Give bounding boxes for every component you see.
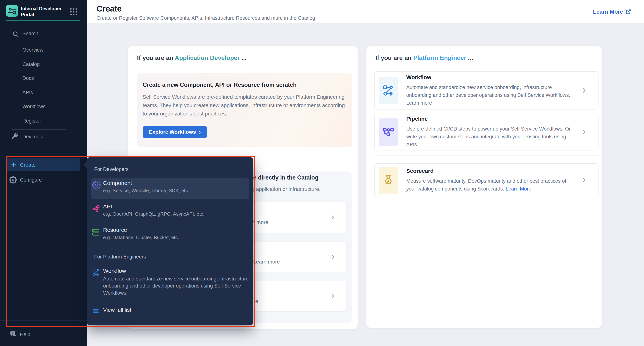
app-logo[interactable] (6, 5, 18, 17)
chevron-right-icon (580, 177, 587, 184)
row2-text-fragment: . Learn more (250, 259, 280, 265)
menu-item-component-title[interactable]: Component (103, 180, 132, 186)
menu-section-for-platform-engineers: For Platform Engineers (94, 254, 146, 260)
wrench-icon (11, 133, 18, 140)
sidebar-item-help[interactable]: Help (20, 331, 30, 338)
resource-icon (91, 228, 100, 237)
explore-workflows-label: Explore Workflows (149, 129, 196, 135)
plus-icon (10, 162, 17, 168)
explore-workflows-button[interactable]: Explore Workflows › (143, 126, 207, 138)
sidebar-divider (12, 129, 66, 130)
developer-card-title-prefix: If you are an (137, 54, 175, 61)
component-gear-icon (92, 181, 101, 189)
menu-item-api-subtitle: e.g. OpenAPI, GraphQL, gRPC, AsyncAPI, e… (103, 211, 204, 217)
search-underline (18, 42, 66, 42)
platform-rows-divider (374, 155, 598, 156)
create-dropdown-menu: For Developers Component e.g. Service, W… (87, 157, 254, 325)
chevron-right-icon (580, 129, 587, 135)
help-chat-icon: ? (9, 330, 17, 338)
gear-icon (9, 176, 17, 184)
workflow-icon-tile (379, 77, 398, 104)
menu-item-workflow-desc: Automate and standardize new service onb… (103, 275, 250, 297)
menu-item-resource-subtitle: e.g. Database, Cluster, Bucket, etc. (103, 235, 179, 240)
scorecard-learn-more-link[interactable]: Learn More (506, 186, 532, 192)
menu-divider (91, 248, 249, 248)
learn-more-label: Learn More (593, 8, 623, 15)
sidebar-item-apis[interactable]: APIs (22, 89, 33, 96)
chevron-right-icon (330, 293, 336, 300)
workflow-row-desc: Automate and standardize new service onb… (406, 83, 576, 107)
menu-item-component-subtitle: e.g. Service, Website, Library, SDK, etc… (103, 188, 189, 193)
page-header: Create Create or Register Software Compo… (87, 0, 644, 24)
scorecard-desc-text: Measure software maturity. DevOps maturi… (406, 178, 566, 192)
menu-divider (91, 302, 249, 302)
sidebar-brand-rule (6, 20, 80, 21)
search-input[interactable]: Search (22, 31, 38, 36)
scratch-description: Self Service Workflows are pre-defined t… (143, 93, 345, 118)
sidebar-item-create[interactable] (7, 158, 80, 171)
catalog-panel-heading-fragment: e directly in the Catalog (253, 174, 318, 181)
chevron-right-icon: › (199, 129, 201, 135)
scorecard-medal-icon (382, 174, 394, 186)
svg-text:?: ? (12, 332, 14, 335)
menu-item-workflow-title[interactable]: Workflow (103, 268, 126, 274)
page-subtitle: Create or Register Software Components, … (96, 15, 315, 21)
scorecard-row-desc: Measure software maturity. DevOps maturi… (406, 177, 576, 193)
platform-card-title: If you are an Platform Engineer ... (375, 54, 473, 61)
sidebar: Internal Developer Portal Search Overvie… (0, 0, 87, 346)
internal-developer-portal-app: Internal Developer Portal Search Overvie… (0, 0, 644, 346)
workflow-icon (92, 268, 100, 276)
sidebar-item-devtools[interactable]: DevTools (22, 133, 43, 140)
sidebar-bottom-divider (0, 321, 87, 321)
menu-item-resource-title[interactable]: Resource (103, 227, 127, 233)
pipeline-icon-tile (379, 118, 398, 146)
platform-card-title-prefix: If you are an (375, 54, 413, 61)
workflow-row[interactable]: Workflow Automate and standardize new se… (374, 71, 598, 110)
row1-text-fragment: n more (252, 219, 268, 225)
menu-section-for-developers: For Developers (94, 167, 129, 172)
sidebar-item-configure[interactable]: Configure (20, 176, 42, 183)
scratch-heading: Create a new Component, API or Resource … (143, 82, 297, 88)
pipeline-row-title: Pipeline (406, 116, 576, 122)
external-link-icon (625, 9, 631, 15)
developer-card-title-suffix: ... (240, 54, 247, 61)
create-label: Create (20, 162, 36, 168)
sidebar-item-register[interactable]: Register (22, 118, 41, 124)
menu-item-api-title[interactable]: API (103, 203, 112, 210)
scorecard-icon-tile (379, 167, 398, 194)
sidebar-item-docs[interactable]: Docs (22, 75, 34, 82)
scorecard-row[interactable]: Scorecard Measure software maturity. Dev… (374, 163, 598, 197)
workflow-icon (382, 85, 394, 96)
scorecard-row-title: Scorecard (406, 168, 576, 174)
app-title: Internal Developer Portal (21, 5, 68, 17)
platform-card-title-accent: Platform Engineer (413, 54, 466, 61)
pipeline-icon (382, 126, 394, 138)
sidebar-item-workflows[interactable]: Workflows (22, 103, 46, 110)
pipeline-row-desc: Use pre-defined CI/CD steps to power up … (406, 125, 576, 149)
create-from-scratch-panel: Create a new Component, API or Resource … (137, 73, 352, 147)
pipeline-row[interactable]: Pipeline Use pre-defined CI/CD steps to … (374, 114, 598, 151)
search-icon (12, 30, 19, 38)
sidebar-item-overview[interactable]: Overview (22, 46, 44, 53)
platform-card-title-suffix: ... (466, 54, 473, 61)
app-switcher-grid-icon[interactable] (69, 7, 78, 16)
developer-card-title: If you are an Application Developer ... (137, 54, 246, 61)
developer-card-title-accent: Application Developer (175, 54, 240, 61)
chevron-right-icon (330, 214, 336, 221)
catalog-panel-body-fragment: g application or infrastructure. (252, 186, 320, 192)
chevron-right-icon (330, 254, 336, 260)
api-icon (91, 204, 101, 213)
chevron-right-icon (580, 87, 587, 94)
sidebar-item-catalog[interactable]: Catalog (22, 61, 40, 68)
logo-slider-icon (7, 6, 17, 16)
page-title: Create (96, 4, 122, 13)
learn-more-link[interactable]: Learn More (593, 8, 631, 15)
menu-item-view-full-list[interactable]: View full list (103, 307, 131, 313)
workflow-row-title: Workflow (406, 74, 576, 80)
view-full-list-icon (92, 307, 100, 315)
